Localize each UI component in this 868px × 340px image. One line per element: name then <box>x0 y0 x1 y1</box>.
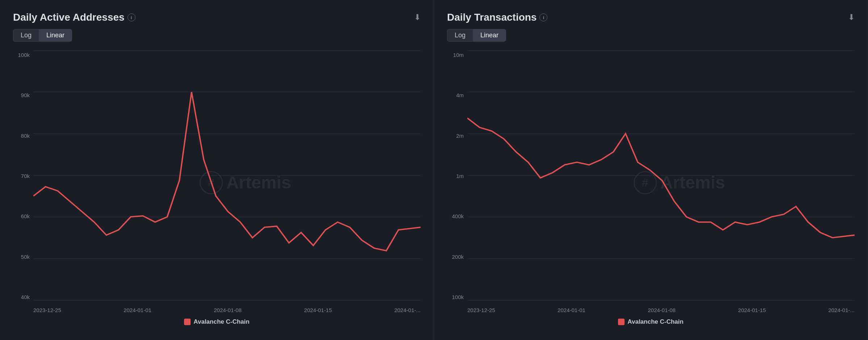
y-label-r5: 200k <box>452 254 464 260</box>
title-text-left: Daily Active Addresses <box>13 12 125 23</box>
x-label-4: 2024-01-... <box>394 307 421 313</box>
chart-svg-left <box>33 50 421 300</box>
linear-toggle-left[interactable]: Linear <box>39 29 72 42</box>
legend-dot-right <box>618 319 625 325</box>
y-label-r0: 10m <box>453 52 464 58</box>
x-label-r2: 2024-01-08 <box>648 307 676 313</box>
y-label-5: 50k <box>21 254 30 260</box>
panel-title-left: Daily Active Addresses i <box>13 12 135 23</box>
x-label-3: 2024-01-15 <box>304 307 332 313</box>
chart-body-right: # Artemis 2023-12-25 2024-01-01 2024-01-… <box>467 50 855 315</box>
panel-title-right: Daily Transactions i <box>447 12 547 23</box>
daily-active-addresses-panel: Daily Active Addresses i ⬇ Log Linear 10… <box>0 0 434 340</box>
x-label-r0: 2023-12-25 <box>467 307 495 313</box>
log-toggle-right[interactable]: Log <box>447 29 473 42</box>
x-label-0: 2023-12-25 <box>33 307 61 313</box>
panel-header-right: Daily Transactions i ⬇ <box>447 12 855 23</box>
panel-header-left: Daily Active Addresses i ⬇ <box>13 12 421 23</box>
y-label-r1: 4m <box>456 92 464 98</box>
legend-dot-left <box>184 319 191 325</box>
download-button-left[interactable]: ⬇ <box>414 13 421 22</box>
chart-svg-right <box>467 50 855 300</box>
x-label-r3: 2024-01-15 <box>738 307 766 313</box>
y-label-6: 40k <box>21 294 30 300</box>
toggle-group-left: Log Linear <box>13 29 421 42</box>
y-label-r4: 400k <box>452 213 464 219</box>
chart-body-left: # Artemis 2023-12-25 2024-01-01 2024-01-… <box>33 50 421 315</box>
x-label-r1: 2024-01-01 <box>558 307 585 313</box>
legend-right: Avalanche C-Chain <box>447 318 855 326</box>
y-label-2: 80k <box>21 133 30 139</box>
x-axis-left: 2023-12-25 2024-01-01 2024-01-08 2024-01… <box>33 300 421 315</box>
y-label-3: 70k <box>21 173 30 179</box>
x-label-2: 2024-01-08 <box>214 307 242 313</box>
y-label-r6: 100k <box>452 294 464 300</box>
title-text-right: Daily Transactions <box>447 12 537 23</box>
y-label-r2: 2m <box>456 133 464 139</box>
y-label-1: 90k <box>21 92 30 98</box>
x-label-1: 2024-01-01 <box>124 307 151 313</box>
daily-transactions-panel: Daily Transactions i ⬇ Log Linear 10m 4m… <box>434 0 868 340</box>
linear-toggle-right[interactable]: Linear <box>473 29 506 42</box>
legend-label-right: Avalanche C-Chain <box>627 318 683 326</box>
y-label-4: 60k <box>21 213 30 219</box>
legend-left: Avalanche C-Chain <box>13 318 421 326</box>
y-axis-left: 100k 90k 80k 70k 60k 50k 40k <box>13 50 33 315</box>
y-label-r3: 1m <box>456 173 464 179</box>
toggle-group-right: Log Linear <box>447 29 855 42</box>
chart-area-left: 100k 90k 80k 70k 60k 50k 40k # Artemis <box>13 50 421 315</box>
y-label-0: 100k <box>18 52 30 58</box>
y-axis-right: 10m 4m 2m 1m 400k 200k 100k <box>447 50 467 315</box>
legend-label-left: Avalanche C-Chain <box>193 318 249 326</box>
info-icon-right[interactable]: i <box>539 13 547 21</box>
log-toggle-left[interactable]: Log <box>13 29 39 42</box>
info-icon-left[interactable]: i <box>128 13 135 21</box>
x-label-r4: 2024-01-... <box>828 307 855 313</box>
download-button-right[interactable]: ⬇ <box>848 13 855 22</box>
x-axis-right: 2023-12-25 2024-01-01 2024-01-08 2024-01… <box>467 300 855 315</box>
chart-area-right: 10m 4m 2m 1m 400k 200k 100k # Artemis <box>447 50 855 315</box>
